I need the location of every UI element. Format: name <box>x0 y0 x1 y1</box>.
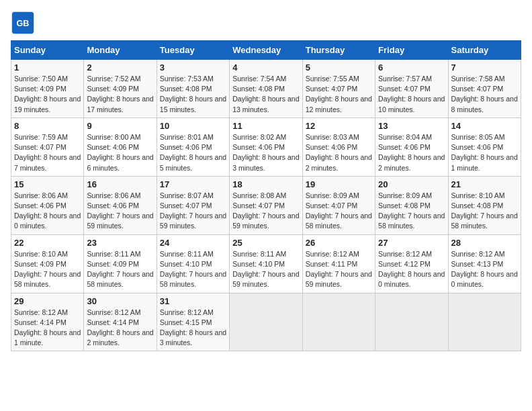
calendar-cell: 5Sunrise: 7:55 AM Sunset: 4:07 PM Daylig… <box>302 60 375 118</box>
day-info: Sunrise: 8:12 AM Sunset: 4:14 PM Dayligh… <box>87 308 153 349</box>
day-info: Sunrise: 7:54 AM Sunset: 4:08 PM Dayligh… <box>232 74 299 115</box>
day-number: 30 <box>87 296 153 306</box>
day-number: 25 <box>232 238 299 248</box>
day-info: Sunrise: 8:03 AM Sunset: 4:06 PM Dayligh… <box>306 132 372 173</box>
column-header-monday: Monday <box>84 41 157 60</box>
calendar-cell: 26Sunrise: 8:12 AM Sunset: 4:11 PM Dayli… <box>302 234 375 293</box>
column-header-sunday: Sunday <box>11 41 84 60</box>
calendar-cell: 23Sunrise: 8:11 AM Sunset: 4:09 PM Dayli… <box>84 234 157 293</box>
column-header-friday: Friday <box>375 41 448 60</box>
day-number: 11 <box>232 121 299 131</box>
day-number: 31 <box>160 296 226 306</box>
day-info: Sunrise: 8:06 AM Sunset: 4:06 PM Dayligh… <box>87 191 153 232</box>
calendar-cell: 20Sunrise: 8:09 AM Sunset: 4:08 PM Dayli… <box>375 176 448 234</box>
day-number: 20 <box>378 179 445 189</box>
day-info: Sunrise: 8:08 AM Sunset: 4:07 PM Dayligh… <box>232 191 299 232</box>
calendar-cell: 30Sunrise: 8:12 AM Sunset: 4:14 PM Dayli… <box>84 293 157 351</box>
day-info: Sunrise: 7:57 AM Sunset: 4:07 PM Dayligh… <box>378 74 445 115</box>
day-number: 9 <box>87 121 153 131</box>
day-number: 12 <box>306 121 372 131</box>
calendar-cell: 18Sunrise: 8:08 AM Sunset: 4:07 PM Dayli… <box>230 176 302 234</box>
day-number: 14 <box>451 121 518 131</box>
day-info: Sunrise: 8:12 AM Sunset: 4:13 PM Dayligh… <box>451 249 518 290</box>
day-number: 17 <box>160 179 226 189</box>
day-number: 13 <box>378 121 445 131</box>
calendar-cell: 29Sunrise: 8:12 AM Sunset: 4:14 PM Dayli… <box>11 293 84 351</box>
day-number: 29 <box>14 296 81 306</box>
day-info: Sunrise: 8:11 AM Sunset: 4:10 PM Dayligh… <box>232 249 299 290</box>
day-info: Sunrise: 8:12 AM Sunset: 4:12 PM Dayligh… <box>378 249 445 290</box>
calendar-header-row: SundayMondayTuesdayWednesdayThursdayFrid… <box>11 41 521 60</box>
week-row-4: 22Sunrise: 8:10 AM Sunset: 4:09 PM Dayli… <box>11 234 521 293</box>
calendar-cell: 6Sunrise: 7:57 AM Sunset: 4:07 PM Daylig… <box>375 60 448 118</box>
calendar-cell: 22Sunrise: 8:10 AM Sunset: 4:09 PM Dayli… <box>11 234 84 293</box>
day-info: Sunrise: 8:09 AM Sunset: 4:08 PM Dayligh… <box>378 191 445 232</box>
page-header: GB <box>11 11 521 35</box>
day-number: 21 <box>451 179 518 189</box>
day-info: Sunrise: 8:07 AM Sunset: 4:07 PM Dayligh… <box>160 191 226 232</box>
calendar-cell: 24Sunrise: 8:11 AM Sunset: 4:10 PM Dayli… <box>157 234 229 293</box>
calendar-cell: 25Sunrise: 8:11 AM Sunset: 4:10 PM Dayli… <box>230 234 302 293</box>
calendar-cell: 31Sunrise: 8:12 AM Sunset: 4:15 PM Dayli… <box>157 293 229 351</box>
day-number: 15 <box>14 179 81 189</box>
calendar-cell: 8Sunrise: 7:59 AM Sunset: 4:07 PM Daylig… <box>11 118 84 176</box>
day-number: 16 <box>87 179 153 189</box>
week-row-1: 1Sunrise: 7:50 AM Sunset: 4:09 PM Daylig… <box>11 60 521 118</box>
day-info: Sunrise: 7:58 AM Sunset: 4:07 PM Dayligh… <box>451 74 518 115</box>
calendar-cell: 4Sunrise: 7:54 AM Sunset: 4:08 PM Daylig… <box>230 60 302 118</box>
calendar-cell: 15Sunrise: 8:06 AM Sunset: 4:06 PM Dayli… <box>11 176 84 234</box>
day-number: 26 <box>306 238 372 248</box>
day-info: Sunrise: 8:09 AM Sunset: 4:07 PM Dayligh… <box>306 191 372 232</box>
svg-text:GB: GB <box>17 19 30 28</box>
column-header-wednesday: Wednesday <box>230 41 302 60</box>
calendar-cell: 3Sunrise: 7:53 AM Sunset: 4:08 PM Daylig… <box>157 60 229 118</box>
logo: GB <box>11 11 38 35</box>
day-number: 7 <box>451 62 518 73</box>
calendar-cell: 19Sunrise: 8:09 AM Sunset: 4:07 PM Dayli… <box>302 176 375 234</box>
day-info: Sunrise: 8:04 AM Sunset: 4:06 PM Dayligh… <box>378 132 445 173</box>
day-info: Sunrise: 8:12 AM Sunset: 4:11 PM Dayligh… <box>306 249 372 290</box>
day-info: Sunrise: 7:53 AM Sunset: 4:08 PM Dayligh… <box>160 74 226 115</box>
day-number: 3 <box>160 62 226 73</box>
day-info: Sunrise: 8:11 AM Sunset: 4:10 PM Dayligh… <box>160 249 226 290</box>
calendar-cell: 14Sunrise: 8:05 AM Sunset: 4:06 PM Dayli… <box>448 118 521 176</box>
calendar-cell: 28Sunrise: 8:12 AM Sunset: 4:13 PM Dayli… <box>448 234 521 293</box>
calendar-cell <box>375 293 448 351</box>
day-number: 1 <box>14 62 81 73</box>
day-number: 18 <box>232 179 299 189</box>
day-number: 5 <box>306 62 372 73</box>
day-info: Sunrise: 7:52 AM Sunset: 4:09 PM Dayligh… <box>87 74 153 115</box>
day-info: Sunrise: 8:00 AM Sunset: 4:06 PM Dayligh… <box>87 132 153 173</box>
week-row-2: 8Sunrise: 7:59 AM Sunset: 4:07 PM Daylig… <box>11 118 521 176</box>
calendar-cell: 7Sunrise: 7:58 AM Sunset: 4:07 PM Daylig… <box>448 60 521 118</box>
calendar-cell <box>302 293 375 351</box>
day-number: 27 <box>378 238 445 248</box>
week-row-3: 15Sunrise: 8:06 AM Sunset: 4:06 PM Dayli… <box>11 176 521 234</box>
day-number: 28 <box>451 238 518 248</box>
day-number: 23 <box>87 238 153 248</box>
day-info: Sunrise: 8:02 AM Sunset: 4:06 PM Dayligh… <box>232 132 299 173</box>
week-row-5: 29Sunrise: 8:12 AM Sunset: 4:14 PM Dayli… <box>11 293 521 351</box>
day-number: 19 <box>306 179 372 189</box>
day-number: 2 <box>87 62 153 73</box>
day-info: Sunrise: 8:12 AM Sunset: 4:15 PM Dayligh… <box>160 308 226 349</box>
calendar-cell: 27Sunrise: 8:12 AM Sunset: 4:12 PM Dayli… <box>375 234 448 293</box>
column-header-tuesday: Tuesday <box>157 41 229 60</box>
calendar-cell: 21Sunrise: 8:10 AM Sunset: 4:08 PM Dayli… <box>448 176 521 234</box>
day-info: Sunrise: 8:10 AM Sunset: 4:08 PM Dayligh… <box>451 191 518 232</box>
calendar-table: SundayMondayTuesdayWednesdayThursdayFrid… <box>11 40 521 351</box>
calendar-cell: 13Sunrise: 8:04 AM Sunset: 4:06 PM Dayli… <box>375 118 448 176</box>
calendar-cell: 1Sunrise: 7:50 AM Sunset: 4:09 PM Daylig… <box>11 60 84 118</box>
calendar-cell: 12Sunrise: 8:03 AM Sunset: 4:06 PM Dayli… <box>302 118 375 176</box>
day-number: 4 <box>232 62 299 73</box>
day-info: Sunrise: 7:59 AM Sunset: 4:07 PM Dayligh… <box>14 132 81 173</box>
calendar-cell: 2Sunrise: 7:52 AM Sunset: 4:09 PM Daylig… <box>84 60 157 118</box>
day-info: Sunrise: 8:06 AM Sunset: 4:06 PM Dayligh… <box>14 191 81 232</box>
column-header-thursday: Thursday <box>302 41 375 60</box>
day-info: Sunrise: 8:01 AM Sunset: 4:06 PM Dayligh… <box>160 132 226 173</box>
day-info: Sunrise: 7:55 AM Sunset: 4:07 PM Dayligh… <box>306 74 372 115</box>
day-info: Sunrise: 8:05 AM Sunset: 4:06 PM Dayligh… <box>451 132 518 173</box>
day-number: 22 <box>14 238 81 248</box>
day-number: 6 <box>378 62 445 73</box>
logo-icon: GB <box>11 11 35 35</box>
